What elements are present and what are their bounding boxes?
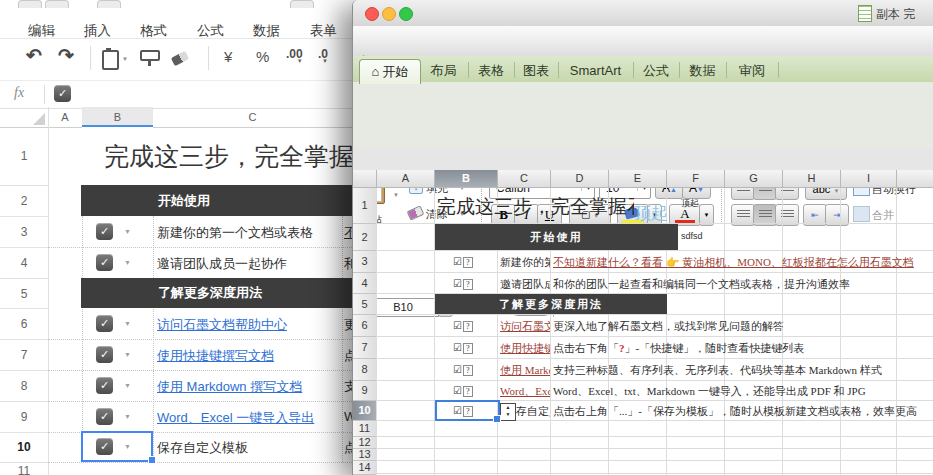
bg-row-number[interactable]: 2 xyxy=(0,194,48,208)
checkbox[interactable]: ✓ xyxy=(96,346,113,363)
row-header[interactable]: 5 xyxy=(353,294,377,315)
tab-smartart[interactable]: SmartArt xyxy=(558,60,633,82)
selected-cell-outline[interactable] xyxy=(435,400,500,421)
tab-home[interactable]: ⌂开始 xyxy=(359,59,421,84)
bg-row-number[interactable]: 3 xyxy=(0,225,48,239)
cell-d7[interactable]: 点击右下角「?」-「快捷键」，随时查看快捷键列表 xyxy=(553,341,804,356)
spinner-control[interactable]: ▲▼ xyxy=(500,403,516,421)
bg-selected-cell-outline[interactable] xyxy=(81,431,153,462)
bg-row-number[interactable]: 6 xyxy=(0,317,48,331)
bg-row-number[interactable]: 4 xyxy=(0,256,48,270)
cell-d6[interactable]: 更深入地了解石墨文档，或找到常见问题的解答 xyxy=(553,319,784,334)
minimize-button[interactable] xyxy=(382,7,396,21)
bg-col-header-c[interactable]: C xyxy=(153,107,352,128)
chevron-down-icon[interactable]: ▼ xyxy=(124,320,131,327)
currency-format-icon[interactable]: ¥ xyxy=(224,48,232,65)
cell-b4-checkbox[interactable]: ☑? xyxy=(453,277,473,290)
chevron-down-icon[interactable]: ▼ xyxy=(124,382,131,389)
top-tab-chip[interactable] xyxy=(45,0,69,8)
cell-c10[interactable]: 存自定义模 xyxy=(516,404,550,419)
cell-d10[interactable]: 点击右上角「...」-「保存为模板」，随时从模板新建文档或表格，效率更高 xyxy=(553,404,917,419)
cell-d4[interactable]: 和你的团队一起查看和编辑同一个文档或表格，提升沟通效率 xyxy=(553,277,850,292)
orientation-caret-icon[interactable]: ▼ xyxy=(833,188,839,194)
bg-task-link[interactable]: Word、Excel 一键导入导出 xyxy=(157,409,314,427)
col-header-i[interactable]: I xyxy=(841,170,897,188)
cell-c6-link[interactable]: 访问石墨文档 xyxy=(500,319,550,334)
bg-row-number[interactable]: 9 xyxy=(0,410,48,424)
chevron-down-icon[interactable]: ▼ xyxy=(124,259,131,266)
chevron-down-icon[interactable]: ▼ xyxy=(124,351,131,358)
tab-data[interactable]: 数据 xyxy=(679,60,726,82)
bg-task-label[interactable]: 保存自定义模板 xyxy=(157,439,248,457)
bg-corner-cell[interactable] xyxy=(0,107,49,128)
bg-row-number[interactable]: 7 xyxy=(0,348,48,362)
tab-charts[interactable]: 图表 xyxy=(514,60,558,82)
cell-c7-link[interactable]: 使用快捷键撰 xyxy=(500,341,550,356)
paste-format-icon[interactable] xyxy=(102,50,119,70)
cell-b8-checkbox[interactable]: ☑? xyxy=(453,363,473,376)
cell-b9-checkbox[interactable]: ☑? xyxy=(453,384,473,397)
bg-title-cell[interactable]: 完成这三步，完全掌握石墨表格 xyxy=(104,140,352,174)
bg-task-link[interactable]: 访问石墨文档帮助中心 xyxy=(157,316,287,334)
title-bar[interactable]: 副本 完 xyxy=(353,0,933,27)
close-button[interactable] xyxy=(365,7,379,21)
bg-section-start[interactable]: 开始使用 xyxy=(81,185,361,216)
chevron-down-icon[interactable]: ▼ xyxy=(124,413,131,420)
checkbox[interactable]: ✓ xyxy=(96,408,113,425)
bg-task-link[interactable]: 使用快捷键撰写文档 xyxy=(157,347,274,365)
cell-c9-link[interactable]: Word、Excel 一 xyxy=(500,384,550,399)
row-header[interactable]: 11 xyxy=(353,421,377,437)
col-header-d[interactable]: D xyxy=(551,170,609,188)
col-header-g[interactable]: G xyxy=(725,170,783,188)
col-header-a[interactable]: A xyxy=(377,170,435,188)
cell-d9[interactable]: Word、Excel、txt、Markdown 一键导入，还能导出成 PDF 和… xyxy=(553,384,866,399)
bg-task-label[interactable]: 邀请团队成员一起协作 xyxy=(157,255,287,273)
tab-layout[interactable]: 布局 xyxy=(419,60,468,82)
bg-row-number[interactable]: 11 xyxy=(0,464,48,475)
sheet-corner[interactable] xyxy=(353,170,377,188)
tab-tables[interactable]: 表格 xyxy=(468,60,514,82)
merge-icon[interactable] xyxy=(853,206,870,222)
undo-icon[interactable]: ↶ xyxy=(26,44,42,67)
checkbox[interactable]: ✓ xyxy=(96,254,113,271)
bg-row-number[interactable]: 10 xyxy=(0,440,48,454)
col-header-c[interactable]: C xyxy=(498,170,551,188)
cell-section-more[interactable]: 了解更多深度用法 xyxy=(435,294,667,314)
top-tab-chip[interactable] xyxy=(97,0,121,8)
cell-section-start[interactable]: 开始使用 xyxy=(435,224,678,250)
paste-format-caret-icon[interactable]: ▼ xyxy=(122,56,128,62)
cell-d3-link[interactable]: 不知道新建什么？看看 👉 黄油相机、MONO、红板报都在怎么用石墨文档 xyxy=(553,255,914,270)
tab-review[interactable]: 审阅 xyxy=(726,60,778,82)
row-header[interactable]: 14 xyxy=(353,461,377,475)
zoom-button[interactable] xyxy=(399,7,413,21)
fill-handle[interactable] xyxy=(493,415,501,423)
decrease-decimal-icon[interactable]: .0▼ xyxy=(318,47,328,64)
col-header-h[interactable]: H xyxy=(783,170,841,188)
cell-c3[interactable]: 新建你的第一 xyxy=(500,255,550,270)
bg-row-number[interactable]: 5 xyxy=(0,287,48,301)
col-header-b[interactable]: B xyxy=(435,170,498,188)
percent-format-icon[interactable]: % xyxy=(256,48,269,65)
top-tab-chip[interactable] xyxy=(290,0,314,8)
bg-row-number[interactable]: 1 xyxy=(0,149,48,163)
merge-label[interactable]: 合并 xyxy=(872,208,894,223)
row-header[interactable]: 4 xyxy=(353,273,377,294)
cell-f1[interactable]: 顶起 xyxy=(681,197,699,210)
bg-task-label[interactable]: 新建你的第一个文档或表格 xyxy=(157,224,313,242)
row-header[interactable]: 3 xyxy=(353,251,377,273)
cell-b6-checkbox[interactable]: ☑? xyxy=(453,319,473,332)
row-header[interactable]: 6 xyxy=(353,315,377,337)
tab-formulas[interactable]: 公式 xyxy=(633,60,679,82)
bg-section-more[interactable]: 了解更多深度用法 xyxy=(81,278,361,308)
cell-c4[interactable]: 邀请团队成员 xyxy=(500,277,550,292)
cell-b1-title[interactable]: 完成这三步，完全掌握石墨表格 xyxy=(437,194,634,220)
row-header[interactable]: 13 xyxy=(353,449,377,461)
chevron-down-icon[interactable]: ▼ xyxy=(124,228,131,235)
clear-eraser-icon[interactable] xyxy=(407,205,425,220)
bg-fill-handle[interactable] xyxy=(148,456,156,464)
cell-d8[interactable]: 支持三种标题、有序列表、无序列表、代码块等基本 Markdown 样式 xyxy=(553,363,882,378)
row-header[interactable]: 1 xyxy=(353,188,377,224)
cell-b3-checkbox[interactable]: ☑? xyxy=(453,255,473,268)
row-header[interactable]: 9 xyxy=(353,381,377,401)
cell-c8-link[interactable]: 使用 Markdow xyxy=(500,363,550,378)
